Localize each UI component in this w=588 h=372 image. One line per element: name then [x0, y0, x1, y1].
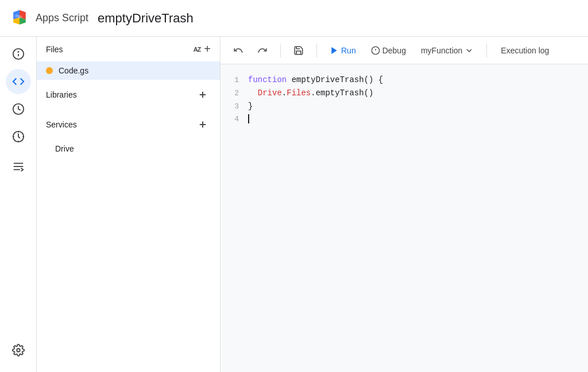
undo-button[interactable] — [227, 42, 249, 59]
apps-script-logo — [9, 8, 30, 29]
add-service-button[interactable] — [195, 117, 211, 133]
nav-executions[interactable] — [6, 154, 31, 179]
editor-area: Run Debug myFunction Execution log 1 fun… — [220, 37, 588, 372]
save-button[interactable] — [288, 42, 310, 59]
services-title: Services — [46, 120, 77, 129]
code-editor[interactable]: 1 function emptyDriveTrash() { 2 Drive.F… — [220, 64, 588, 372]
code-line-4: 4 — [220, 113, 588, 126]
nav-code[interactable] — [6, 69, 31, 94]
code-line-3: 3 } — [220, 100, 588, 113]
sep-2 — [316, 44, 317, 57]
file-name: Code.gs — [59, 66, 88, 75]
main-area: Files AZ + Code.gs Libraries Services — [0, 37, 588, 372]
undo-redo-section — [227, 42, 273, 59]
nav-history[interactable] — [6, 96, 31, 122]
sep-3 — [486, 44, 487, 57]
files-title: Files — [46, 45, 63, 54]
code-line-1: 1 function emptyDriveTrash() { — [220, 73, 588, 87]
run-button[interactable]: Run — [324, 42, 362, 59]
debug-button[interactable]: Debug — [365, 42, 412, 59]
file-dot — [46, 67, 53, 74]
code-line-2: 2 Drive.Files.emptyTrash() — [220, 87, 588, 100]
libraries-section-header[interactable]: Libraries — [37, 80, 220, 110]
svg-point-12 — [17, 348, 20, 352]
execution-log-button[interactable]: Execution log — [494, 42, 556, 59]
nav-settings[interactable] — [6, 338, 31, 363]
sep-1 — [280, 44, 281, 57]
files-actions: AZ + — [194, 42, 211, 56]
function-select[interactable]: myFunction — [415, 42, 479, 59]
add-file-icon[interactable]: + — [204, 42, 211, 56]
add-library-button[interactable] — [195, 87, 211, 103]
libraries-title: Libraries — [46, 90, 77, 99]
svg-marker-17 — [331, 47, 336, 54]
project-name: emptyDriveTrash — [98, 11, 194, 26]
nav-triggers[interactable] — [6, 124, 31, 149]
redo-button[interactable] — [252, 42, 273, 59]
sort-az-icon[interactable]: AZ — [194, 46, 201, 53]
toolbar: Run Debug myFunction Execution log — [220, 37, 588, 64]
service-item-drive[interactable]: Drive — [37, 140, 220, 158]
services-section-header[interactable]: Services — [37, 110, 220, 140]
panel-sidebar: Files AZ + Code.gs Libraries Services — [37, 37, 220, 372]
logo-area: Apps Script — [9, 8, 88, 29]
app-title: Apps Script — [36, 12, 88, 24]
files-header: Files AZ + — [37, 37, 220, 61]
file-item-code-gs[interactable]: Code.gs — [37, 61, 220, 80]
header: Apps Script emptyDriveTrash — [0, 0, 588, 37]
icon-sidebar — [0, 37, 37, 372]
nav-info[interactable] — [6, 41, 31, 67]
